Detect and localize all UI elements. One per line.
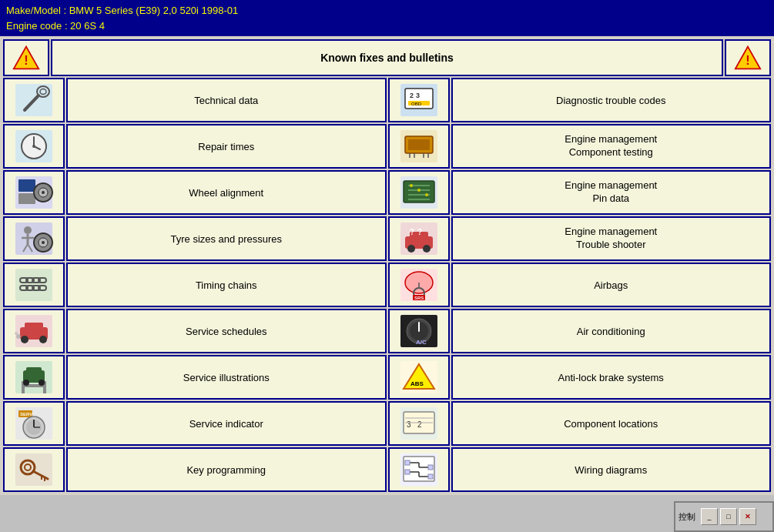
wiring-diagram-icon <box>399 452 439 487</box>
tyre-icon-cell[interactable] <box>3 216 65 261</box>
airbag-label[interactable]: Airbags <box>451 263 772 307</box>
svg-point-77 <box>16 334 21 339</box>
ac-icon: A/C <box>399 313 439 349</box>
em-comp-label[interactable]: Engine managementComponent testing <box>451 124 772 169</box>
ac-label[interactable]: Air conditioning <box>451 309 772 353</box>
repair-times-label[interactable]: Repair times <box>66 124 387 169</box>
technical-data-icon-cell[interactable] <box>3 78 65 122</box>
svg-point-40 <box>425 193 428 196</box>
menu-grid: Technical data 2 3 OBD Diagnostic troubl… <box>3 78 771 492</box>
service-sched-icon-cell[interactable] <box>3 309 65 353</box>
row-5: Timing chains SRS Airbags <box>3 263 771 307</box>
svg-point-76 <box>39 336 47 343</box>
service-schedule-icon <box>14 313 54 349</box>
tyre-icon <box>14 221 54 256</box>
service-ind-icon-cell[interactable]: SERV <box>3 401 65 446</box>
svg-text:2: 2 <box>417 420 422 429</box>
svg-text:A/C: A/C <box>416 339 427 346</box>
key-prog-icon-cell[interactable] <box>3 447 65 492</box>
svg-point-91 <box>39 380 45 386</box>
dtc-icon-cell[interactable]: 2 3 OBD <box>388 78 450 122</box>
row-8: SERV Service indicator 3 2 <box>3 401 771 446</box>
wiring-icon-cell[interactable] <box>388 447 450 492</box>
svg-point-42 <box>24 226 32 234</box>
timing-chain-label[interactable]: Timing chains <box>66 263 387 307</box>
wrench-icon <box>14 82 54 118</box>
taskbar-close-btn[interactable]: ✕ <box>739 508 756 525</box>
warning-button-right[interactable]: ! <box>725 39 771 76</box>
component-location-icon: 3 2 <box>399 406 439 441</box>
warning-button-left[interactable]: ! <box>3 39 49 76</box>
dtc-label[interactable]: Diagnostic trouble codes <box>451 78 772 122</box>
em-comp-icon-cell[interactable] <box>388 124 450 169</box>
svg-text:ABS: ABS <box>410 380 424 387</box>
em-component-icon <box>399 129 439 164</box>
svg-text:3: 3 <box>416 92 420 99</box>
taskbar-window: 控制 _ □ ✕ <box>674 501 774 532</box>
key-prog-label[interactable]: Key programming <box>66 447 387 492</box>
abs-icon: ABS <box>399 360 439 395</box>
warning-triangle-left-icon: ! <box>12 44 40 72</box>
row-1: Technical data 2 3 OBD Diagnostic troubl… <box>3 78 771 122</box>
svg-point-78 <box>15 332 18 335</box>
abs-icon-cell[interactable]: ABS <box>388 355 450 400</box>
dtc-icon: 2 3 OBD <box>399 82 439 118</box>
timing-chain-icon-cell[interactable] <box>3 263 65 307</box>
svg-point-38 <box>410 184 413 187</box>
svg-text:SERV: SERV <box>20 412 32 417</box>
svg-point-53 <box>407 245 415 253</box>
service-illus-icon-cell[interactable] <box>3 355 65 400</box>
row-9: Key programming <box>3 447 771 492</box>
wheel-alignment-icon-cell[interactable] <box>3 170 65 215</box>
svg-rect-125 <box>428 474 433 479</box>
timing-chain-icon <box>14 267 54 303</box>
banner-title[interactable]: Known fixes and bulletins <box>51 39 723 76</box>
service-illustration-icon <box>14 360 54 395</box>
comp-loc-label[interactable]: Component locations <box>451 401 772 446</box>
wiring-label[interactable]: Wiring diagrams <box>451 447 772 492</box>
svg-text:2: 2 <box>410 92 414 99</box>
svg-point-75 <box>21 336 28 343</box>
em-trouble-label[interactable]: Engine managementTrouble shooter <box>451 216 772 261</box>
header-line2: Engine code : 20 6S 4 <box>6 18 768 34</box>
em-trouble-icon: ? ? <box>399 221 439 256</box>
wheel-alignment-icon <box>14 175 54 210</box>
svg-rect-124 <box>405 470 410 474</box>
svg-rect-123 <box>428 465 433 470</box>
taskbar-minimize-btn[interactable]: _ <box>701 508 718 525</box>
svg-text:!: ! <box>24 53 28 67</box>
service-illus-label[interactable]: Service illustrations <box>66 355 387 400</box>
svg-rect-57 <box>15 269 52 301</box>
key-icon <box>14 452 54 487</box>
comp-loc-icon-cell[interactable]: 3 2 <box>388 401 450 446</box>
em-pin-label[interactable]: Engine managementPin data <box>451 170 772 215</box>
svg-rect-122 <box>405 460 410 465</box>
main-content: ! Known fixes and bulletins ! <box>0 36 774 495</box>
svg-rect-74 <box>25 323 43 330</box>
abs-label[interactable]: Anti-lock brake systems <box>451 355 772 400</box>
technical-data-label[interactable]: Technical data <box>66 78 387 122</box>
row-7: Service illustrations ABS Anti-lock brak… <box>3 355 771 400</box>
svg-point-31 <box>42 191 45 194</box>
svg-text:OBD: OBD <box>411 102 422 106</box>
svg-point-90 <box>23 380 29 386</box>
svg-text:?: ? <box>410 228 414 236</box>
airbag-icon-cell[interactable]: SRS <box>388 263 450 307</box>
ac-icon-cell[interactable]: A/C <box>388 309 450 353</box>
header-line1: Make/Model : BMW 5 Series (E39) 2,0 520i… <box>6 3 768 18</box>
clock-icon <box>14 129 54 164</box>
svg-rect-21 <box>408 139 430 150</box>
row-3: Wheel alignment Engine managementPin <box>3 170 771 215</box>
svg-text:!: ! <box>746 53 749 67</box>
em-trouble-icon-cell[interactable]: ? ? <box>388 216 450 261</box>
wheel-alignment-label[interactable]: Wheel alignment <box>66 170 387 215</box>
warning-triangle-right-icon: ! <box>734 44 762 72</box>
service-sched-label[interactable]: Service schedules <box>66 309 387 353</box>
service-indicator-icon: SERV <box>14 406 54 441</box>
tyre-label[interactable]: Tyre sizes and pressures <box>66 216 387 261</box>
svg-text:SRS: SRS <box>414 296 424 300</box>
service-ind-label[interactable]: Service indicator <box>66 401 387 446</box>
em-pin-icon-cell[interactable] <box>388 170 450 215</box>
repair-times-icon-cell[interactable] <box>3 124 65 169</box>
taskbar-restore-btn[interactable]: □ <box>720 508 737 525</box>
